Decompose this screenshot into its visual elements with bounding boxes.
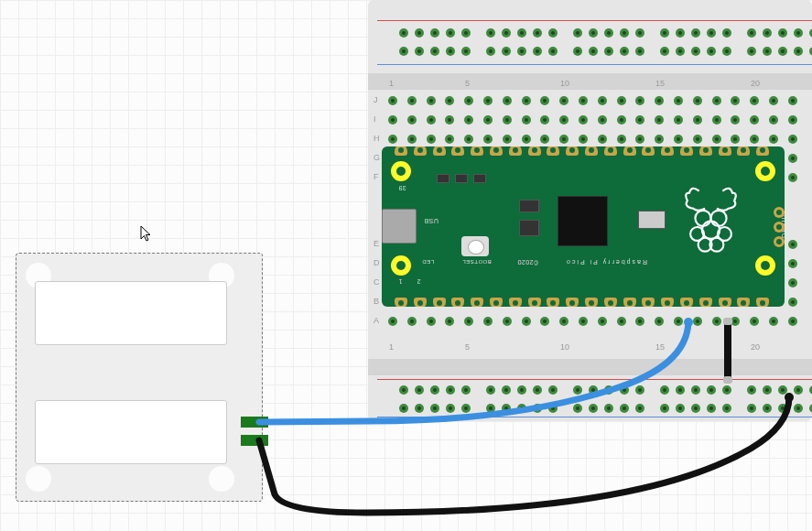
tie-point[interactable] xyxy=(676,385,685,395)
tie-point[interactable] xyxy=(407,135,417,144)
tie-point[interactable] xyxy=(486,404,495,413)
tie-point[interactable] xyxy=(794,404,803,413)
tie-point[interactable] xyxy=(635,28,644,38)
tie-point[interactable] xyxy=(747,47,756,56)
tie-point[interactable] xyxy=(540,96,549,105)
tie-point[interactable] xyxy=(722,28,731,38)
tie-point[interactable] xyxy=(769,115,778,125)
tie-point[interactable] xyxy=(502,385,511,395)
tie-point[interactable] xyxy=(731,115,740,125)
tie-point[interactable] xyxy=(464,96,473,105)
tie-point[interactable] xyxy=(461,404,471,413)
tie-point[interactable] xyxy=(722,385,731,395)
tie-point[interactable] xyxy=(763,404,772,413)
tie-point[interactable] xyxy=(660,28,669,38)
tie-point[interactable] xyxy=(763,47,772,56)
tie-point[interactable] xyxy=(399,28,408,38)
tie-point[interactable] xyxy=(430,28,439,38)
tie-point[interactable] xyxy=(691,404,700,413)
tie-point[interactable] xyxy=(604,385,613,395)
tie-point[interactable] xyxy=(604,404,613,413)
tie-point[interactable] xyxy=(533,385,542,395)
tie-point[interactable] xyxy=(731,135,740,144)
tie-point[interactable] xyxy=(655,115,664,125)
tie-point[interactable] xyxy=(388,96,397,105)
tie-point[interactable] xyxy=(617,317,626,326)
tie-point[interactable] xyxy=(788,173,797,182)
tie-point[interactable] xyxy=(540,135,549,144)
tie-point[interactable] xyxy=(617,135,626,144)
tie-point[interactable] xyxy=(446,28,455,38)
tie-point[interactable] xyxy=(503,115,512,125)
tie-point[interactable] xyxy=(399,404,408,413)
tie-point[interactable] xyxy=(399,47,408,56)
tie-point[interactable] xyxy=(674,96,683,105)
tie-point[interactable] xyxy=(712,115,721,125)
tie-point[interactable] xyxy=(464,135,473,144)
tie-point[interactable] xyxy=(617,96,626,105)
tie-point[interactable] xyxy=(722,47,731,56)
tie-point[interactable] xyxy=(589,47,598,56)
tie-point[interactable] xyxy=(548,47,558,56)
tie-point[interactable] xyxy=(620,28,629,38)
tie-point[interactable] xyxy=(573,385,582,395)
tie-point[interactable] xyxy=(769,135,778,144)
tie-point[interactable] xyxy=(589,385,598,395)
tie-point[interactable] xyxy=(750,115,759,125)
tie-point[interactable] xyxy=(517,404,526,413)
tie-point[interactable] xyxy=(388,115,397,125)
tie-point[interactable] xyxy=(707,28,716,38)
tie-point[interactable] xyxy=(445,135,454,144)
tie-point[interactable] xyxy=(794,47,803,56)
tie-point[interactable] xyxy=(712,317,721,326)
tie-point[interactable] xyxy=(548,385,558,395)
tie-point[interactable] xyxy=(794,28,803,38)
tie-point[interactable] xyxy=(693,317,702,326)
tie-point[interactable] xyxy=(693,115,702,125)
tie-point[interactable] xyxy=(707,385,716,395)
tie-point[interactable] xyxy=(573,404,582,413)
tie-point[interactable] xyxy=(533,47,542,56)
tie-point[interactable] xyxy=(445,115,454,125)
tie-point[interactable] xyxy=(427,317,436,326)
tie-point[interactable] xyxy=(415,28,424,38)
tie-point[interactable] xyxy=(750,135,759,144)
tie-point[interactable] xyxy=(589,28,598,38)
tie-point[interactable] xyxy=(788,135,797,144)
tie-point[interactable] xyxy=(415,385,424,395)
tie-point[interactable] xyxy=(778,404,787,413)
tie-point[interactable] xyxy=(712,96,721,105)
tie-point[interactable] xyxy=(446,385,455,395)
tie-point[interactable] xyxy=(486,385,495,395)
tie-point[interactable] xyxy=(461,385,471,395)
tie-point[interactable] xyxy=(407,96,417,105)
tie-point[interactable] xyxy=(427,96,436,105)
tie-point[interactable] xyxy=(620,47,629,56)
tie-point[interactable] xyxy=(430,404,439,413)
tie-point[interactable] xyxy=(747,385,756,395)
tie-point[interactable] xyxy=(655,96,664,105)
tie-point[interactable] xyxy=(446,404,455,413)
tie-point[interactable] xyxy=(788,154,797,163)
tie-point[interactable] xyxy=(427,135,436,144)
tie-point[interactable] xyxy=(655,135,664,144)
tie-point[interactable] xyxy=(731,96,740,105)
tie-point[interactable] xyxy=(559,135,568,144)
tie-point[interactable] xyxy=(559,115,568,125)
tie-point[interactable] xyxy=(573,47,582,56)
tie-point[interactable] xyxy=(691,28,700,38)
tie-point[interactable] xyxy=(430,385,439,395)
tie-point[interactable] xyxy=(788,259,797,268)
terminal-positive[interactable] xyxy=(241,417,268,428)
tie-point[interactable] xyxy=(533,404,542,413)
tie-point[interactable] xyxy=(620,404,629,413)
tie-point[interactable] xyxy=(660,385,669,395)
tie-point[interactable] xyxy=(691,385,700,395)
tie-point[interactable] xyxy=(598,135,607,144)
tie-point[interactable] xyxy=(540,317,549,326)
tie-point[interactable] xyxy=(788,278,797,287)
tie-point[interactable] xyxy=(445,96,454,105)
tie-point[interactable] xyxy=(517,28,526,38)
tie-point[interactable] xyxy=(503,317,512,326)
tie-point[interactable] xyxy=(750,317,759,326)
